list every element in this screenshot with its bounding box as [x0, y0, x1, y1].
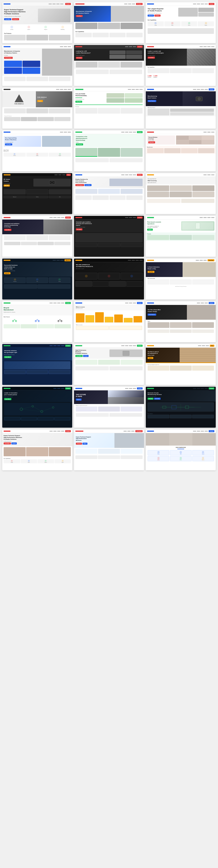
- mockup-item-24[interactable]: Explore The Tile & Stone MeetOutdoor Des…: [146, 301, 216, 342]
- mockup-item-1[interactable]: Contact Expert Technical SupportHigh-Per…: [2, 2, 72, 43]
- mockup-item-26[interactable]: Contact High-PerformanceMachinesProfitab…: [74, 344, 144, 385]
- mockup-item-2[interactable]: Get Quote Manufacturer & ExporterOf Fabu…: [74, 2, 144, 43]
- mockup-item-8[interactable]: COLLECTIONSPROFESSIONNEL Professional ha…: [74, 88, 144, 129]
- mockup-item-33[interactable]: Contact OUR SERVICES Design: [146, 430, 216, 470]
- mockup-item-28[interactable]: Contact Leader in innovationyour trusted…: [2, 387, 72, 428]
- mockup-item-30[interactable]: Contact Electronic CircuitsManufacturing…: [146, 387, 216, 428]
- mockup-item-21[interactable]: Order Now In-Stock CollectionsReady to S…: [146, 258, 216, 300]
- mockup-item-23[interactable]: Contact Where to source Manufacturing da…: [74, 301, 144, 342]
- mockup-item-14[interactable]: Contact Display Solutions forevery purpo…: [74, 173, 144, 214]
- mockup-item-10[interactable]: New ApproachingModern Machines Industria…: [2, 130, 72, 171]
- gallery-row-9: Contact Industrial solutionsthat get Bri…: [2, 344, 216, 385]
- gallery-row-2: Manufacturer & Exporterof Fabulous Fabri…: [2, 45, 216, 86]
- gallery-row-1: Contact Expert Technical SupportHigh-Per…: [2, 2, 216, 43]
- mockup-item-29[interactable]: Contact THE FUTUREIS HERE Explore Ready …: [74, 387, 144, 428]
- svg-line-11: [33, 406, 42, 411]
- mockup-item-27[interactable]: Shop The floor is part ofthe experience …: [146, 344, 216, 385]
- mockup-item-17[interactable]: Contact Automatic gate installers,servic…: [74, 216, 144, 257]
- mockup-item-19[interactable]: About Us Successful businessrelationship…: [2, 258, 72, 300]
- gallery-row-11: Contact Expert Technical SupportHigh-Per…: [2, 430, 216, 470]
- mockup-item-25[interactable]: Contact Industrial solutionsthat get Bri…: [2, 344, 72, 385]
- svg-line-12: [42, 407, 53, 411]
- gallery-row-4: New ApproachingModern Machines Industria…: [2, 130, 216, 171]
- gallery-row-5: Shop RF ActionCamera Professional grade …: [2, 173, 216, 214]
- gallery-row-6: Contact Committed and ambitioustowards m…: [2, 216, 216, 257]
- mockup-item-18[interactable]: Plant-based cosmeticingredients THE CREA…: [146, 216, 216, 257]
- gallery-container: Contact Expert Technical SupportHigh-Per…: [0, 0, 218, 473]
- mockup-item-11[interactable]: Contact Companies in thepharmaceutical &…: [74, 130, 144, 171]
- mockup-item-13[interactable]: Shop RF ActionCamera Professional grade …: [2, 173, 72, 214]
- mockup-item-5[interactable]: Contact Looking for a USLeather Manufact…: [74, 45, 144, 86]
- mockup-item-16[interactable]: Contact Committed and ambitioustowards m…: [2, 216, 72, 257]
- mockup-item-4[interactable]: Manufacturer & Exporterof Fabulous Fabri…: [2, 45, 72, 86]
- svg-line-13: [21, 409, 42, 411]
- mockup-item-20[interactable]: WE ARE EXPERTS INAUTOMOTIVE PRODUCTS Wha…: [74, 258, 144, 300]
- gallery-row-8: Contact BicycleManufacturer Quality bicy…: [2, 301, 216, 342]
- mockup-item-9[interactable]: Contact ManufacturingDash Camera View Pr…: [146, 88, 216, 129]
- mockup-item-6[interactable]: Leader in power andautomation technologi…: [146, 45, 216, 86]
- mockup-item-12[interactable]: Thermal WindowCoverings Premium quality …: [146, 130, 216, 171]
- svg-line-10: [21, 406, 33, 409]
- mockup-item-3[interactable]: Contact The Largest Exporterof Textile P…: [146, 2, 216, 43]
- mockup-item-7[interactable]: PURE MINERALS PURE MINERALS Natural mine…: [2, 88, 72, 129]
- mockup-item-15[interactable]: You searched for: Wall Covering High Qua…: [146, 173, 216, 214]
- gallery-row-7: About Us Successful businessrelationship…: [2, 258, 216, 300]
- mockup-item-31[interactable]: Contact Expert Technical SupportHigh-Per…: [2, 430, 72, 470]
- gallery-row-3: PURE MINERALS PURE MINERALS Natural mine…: [2, 88, 216, 129]
- mockup-item-22[interactable]: Contact BicycleManufacturer Quality bicy…: [2, 301, 72, 342]
- mockup-item-32[interactable]: Get Started Expert Technical SupportHigh…: [74, 430, 144, 470]
- gallery-row-10: Contact Leader in innovationyour trusted…: [2, 387, 216, 428]
